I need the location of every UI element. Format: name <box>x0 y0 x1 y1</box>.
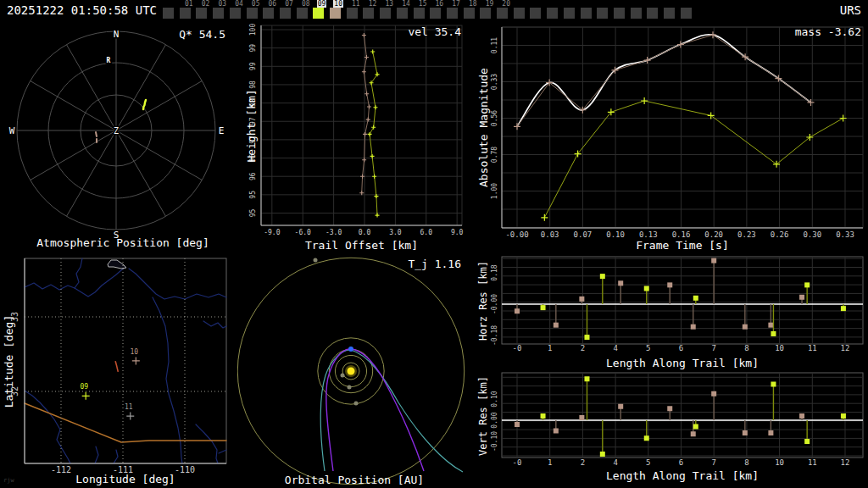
station-code-label: URS <box>840 3 861 17</box>
vert-res-axis-label: Vert Res [km] <box>477 348 489 484</box>
svg-text:12: 12 <box>841 458 850 467</box>
frame-thumb-01[interactable]: 01 <box>178 0 194 20</box>
frame-thumb-slot-21[interactable] <box>512 0 528 20</box>
frame-thumb-slot-31[interactable] <box>679 0 695 20</box>
svg-text:-3.0: -3.0 <box>326 229 342 236</box>
svg-text:6: 6 <box>679 344 683 352</box>
mass-value: mass -3.62 <box>795 25 861 38</box>
length-along-trail-label-bottom: Length Along Trail [km] <box>502 469 863 482</box>
frame-thumb-08[interactable]: 08 <box>295 0 311 20</box>
svg-text:0.23: 0.23 <box>737 230 756 239</box>
svg-text:10: 10 <box>775 344 784 352</box>
frame-thumb-14[interactable]: 14 <box>395 0 411 20</box>
frame-thumb-19[interactable]: 19 <box>478 0 494 20</box>
frame-thumb-slot-25[interactable] <box>579 0 595 20</box>
frame-thumb-slot-22[interactable] <box>528 0 544 20</box>
svg-text:0.07: 0.07 <box>574 230 593 239</box>
svg-text:1: 1 <box>548 458 552 467</box>
svg-text:09: 09 <box>80 383 88 391</box>
svg-text:2: 2 <box>581 458 585 467</box>
svg-text:6: 6 <box>679 458 683 467</box>
svg-text:1.00: 1.00 <box>491 183 498 199</box>
svg-text:0.56: 0.56 <box>491 110 498 126</box>
watermark: rjw <box>3 477 14 484</box>
svg-text:-0.00: -0.00 <box>505 230 528 239</box>
top-bar: 20251222 01:50:58 UTC 010203040506070809… <box>0 0 868 20</box>
residuals-panel: -012456781011120.18-0.00-0.18-0124567810… <box>471 250 868 488</box>
latitude-axis-label: Latitude [deg] <box>3 294 15 430</box>
svg-text:11: 11 <box>808 344 817 352</box>
svg-text:-6.0: -6.0 <box>295 229 311 236</box>
svg-text:2: 2 <box>581 344 585 352</box>
svg-text:N: N <box>114 29 120 40</box>
svg-text:0.16: 0.16 <box>672 230 691 239</box>
svg-text:0.33: 0.33 <box>491 74 498 90</box>
svg-text:0.33: 0.33 <box>836 230 854 239</box>
frame-thumb-slot-29[interactable] <box>645 0 661 20</box>
timestamp: 20251222 01:50:58 UTC <box>7 3 157 17</box>
frame-thumb-slot-23[interactable] <box>545 0 561 20</box>
svg-text:11: 11 <box>808 458 817 467</box>
frame-thumb-20[interactable]: 20 <box>495 0 511 20</box>
frame-thumb-10[interactable]: 10 <box>328 0 344 20</box>
frame-thumb-05[interactable]: 05 <box>245 0 261 20</box>
svg-text:-0.10: -0.10 <box>491 431 498 452</box>
orbital-position-panel: T_j 1.16 Orbital Position [AU] <box>237 250 471 488</box>
frame-thumb-11[interactable]: 11 <box>345 0 361 20</box>
frame-thumb-18[interactable]: 18 <box>462 0 478 20</box>
svg-text:W: W <box>9 125 15 136</box>
frame-thumb-12[interactable]: 12 <box>361 0 377 20</box>
svg-text:-0.18: -0.18 <box>491 325 498 346</box>
orbital-caption: Orbital Position [AU] <box>237 474 471 486</box>
frame-thumb-slot-26[interactable] <box>595 0 611 20</box>
frame-thumb-slot-28[interactable] <box>629 0 645 20</box>
svg-text:0.03: 0.03 <box>541 230 559 239</box>
frame-thumb-03[interactable]: 03 <box>211 0 227 20</box>
svg-text:0.00: 0.00 <box>491 412 498 428</box>
svg-text:0.10: 0.10 <box>606 230 625 239</box>
svg-text:12: 12 <box>841 344 850 352</box>
q-star-value: Q* 54.5 <box>179 28 225 41</box>
trail-offset-plot: -9.0-6.0-3.00.03.06.09.01009999989897979… <box>246 20 471 250</box>
svg-text:8: 8 <box>744 458 748 467</box>
svg-text:-0: -0 <box>513 344 522 352</box>
frame-strip: 0102030405060708091011121314151617181920 <box>161 0 712 20</box>
svg-text:0.13: 0.13 <box>639 230 658 239</box>
frame-thumb-slot-24[interactable] <box>562 0 578 20</box>
svg-text:9.0: 9.0 <box>451 229 464 236</box>
svg-text:4: 4 <box>613 458 617 467</box>
svg-text:10: 10 <box>775 458 784 467</box>
longitude-axis-label: Longitude [deg] <box>25 473 226 485</box>
velocity-value: vel 35.4 <box>408 25 461 38</box>
svg-text:5: 5 <box>646 458 650 467</box>
frame-thumb-17[interactable]: 17 <box>445 0 461 20</box>
svg-text:11: 11 <box>125 403 133 411</box>
svg-text:7: 7 <box>711 458 715 467</box>
svg-text:-0.00: -0.00 <box>491 294 498 314</box>
frame-thumb-slot-27[interactable] <box>612 0 628 20</box>
svg-text:1: 1 <box>548 344 552 352</box>
frame-thumb-09[interactable]: 09 <box>311 0 327 20</box>
frame-thumb-15[interactable]: 15 <box>412 0 428 20</box>
svg-text:0.20: 0.20 <box>704 230 723 239</box>
frame-thumb-04[interactable]: 04 <box>228 0 244 20</box>
frame-thumb-13[interactable]: 13 <box>378 0 394 20</box>
frame-thumb-02[interactable]: 02 <box>194 0 210 20</box>
frame-thumb-07[interactable]: 07 <box>278 0 294 20</box>
svg-text:4: 4 <box>613 344 617 352</box>
trail-offset-panel: -9.0-6.0-3.00.03.06.09.01009999989897979… <box>246 20 471 250</box>
frame-thumb-slot-0[interactable] <box>161 0 177 20</box>
frame-thumb-06[interactable]: 06 <box>261 0 277 20</box>
svg-text:0.26: 0.26 <box>771 230 789 239</box>
svg-text:99: 99 <box>249 44 257 53</box>
svg-text:R: R <box>107 57 111 64</box>
magnitude-axis-label: Absolute Magnitude <box>477 60 490 196</box>
height-axis-label: Height [km] <box>245 58 258 194</box>
magnitude-plot: -0.000.030.070.100.130.160.200.230.260.3… <box>471 20 868 250</box>
svg-text:95: 95 <box>249 209 257 218</box>
svg-text:0.78: 0.78 <box>491 147 498 163</box>
svg-text:0.18: 0.18 <box>491 264 498 280</box>
frame-thumb-slot-30[interactable] <box>662 0 678 20</box>
ground-map-panel: -112-111-1103332091011 Latitude [deg] Lo… <box>0 250 237 488</box>
frame-thumb-16[interactable]: 16 <box>428 0 444 20</box>
